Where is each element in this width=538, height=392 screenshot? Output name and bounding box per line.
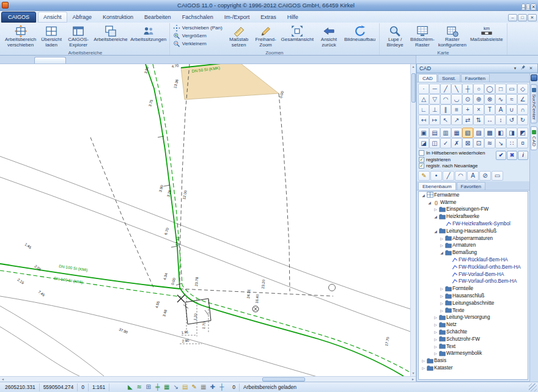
tab-abfrage[interactable]: Abfrage (67, 12, 98, 23)
tree-item[interactable]: ▷Leitung-Versorgung (419, 314, 528, 321)
cad-tool[interactable]: A (495, 104, 506, 115)
tree-item[interactable]: ▷Leitungsabschnitte (419, 299, 528, 307)
collapsed-icon[interactable]: ▷ (433, 330, 438, 334)
map-horizontal-scrollbar[interactable]: ◄ ► (0, 376, 416, 382)
mdi-maximize-button[interactable]: □ (518, 14, 527, 21)
cad-tool[interactable]: ≡ (451, 104, 462, 115)
tree-item[interactable]: ▷Netz (419, 321, 528, 328)
cad-tool[interactable]: ∩ (517, 104, 528, 115)
cad-tool[interactable]: ✓ (440, 138, 451, 148)
cad-tool[interactable]: ⊡ (473, 138, 484, 148)
tree-item[interactable]: FW-Vorlauf-Bem-HA (419, 270, 528, 278)
cad-tool[interactable]: ∿ (495, 94, 506, 104)
cad-tool[interactable]: ╱ (440, 84, 451, 94)
cad-tool[interactable]: ▭ (506, 84, 517, 94)
cad-tool[interactable]: ↘ (495, 138, 506, 148)
panel-tab-cad[interactable]: CAD (418, 74, 437, 82)
collapsed-icon[interactable]: ▷ (421, 358, 426, 363)
cad-tool[interactable]: + (462, 104, 473, 115)
statusbar-icon[interactable]: ⊞ (144, 383, 153, 391)
close-icon[interactable]: ✕ (527, 65, 535, 72)
minimize-button[interactable]: – (521, 4, 525, 10)
mdi-close-button[interactable]: ✕ (528, 14, 537, 21)
cad-tool[interactable]: ▨ (473, 128, 484, 138)
scroll-left-icon[interactable]: ◄ (0, 377, 6, 382)
cad-tool[interactable]: ∪ (506, 104, 517, 115)
collapsed-icon[interactable]: ▷ (433, 207, 438, 211)
tab-bearbeiten[interactable]: Bearbeiten (139, 12, 177, 23)
tab-hilfe[interactable]: Hilfe (282, 12, 304, 23)
statusbar-icon[interactable]: ◣ (125, 383, 134, 391)
tab-im-export[interactable]: Im-/Export (219, 12, 256, 23)
tree-item[interactable]: FW-Rücklauf-ortho.Bem-HA (419, 263, 528, 270)
style-tool-icon[interactable]: ▭ (492, 171, 503, 181)
ribbon-button-freihand-zoom[interactable]: Freihand- Zoom (252, 24, 279, 49)
tab-ansicht[interactable]: Ansicht (38, 12, 67, 23)
cad-tool[interactable]: ⊕ (473, 94, 484, 104)
ribbon-button-arbeitsbereiche[interactable]: Arbeitsbereiche (92, 24, 130, 49)
cad-tool[interactable]: ╲ (451, 84, 462, 94)
resize-grip[interactable] (529, 383, 537, 391)
tab-extras[interactable]: Extras (255, 12, 282, 23)
cancel-button[interactable]: ✖ (507, 151, 517, 160)
style-tool-icon[interactable]: ⊘ (479, 171, 491, 181)
panel-dock-icon[interactable] (531, 74, 537, 81)
cad-tool[interactable]: ↖ (440, 115, 451, 125)
cad-tool[interactable]: ◇ (517, 84, 528, 94)
tree-tab-favoriten[interactable]: Favoriten (457, 182, 485, 190)
cad-tool[interactable]: ┼ (462, 84, 473, 94)
tree-item[interactable]: ▷Kataster (419, 365, 528, 372)
tree-item[interactable]: FW-Heizkraftwerk-Symbol (419, 220, 528, 228)
ribbon-button-verkleinern[interactable]: Verkleinern (172, 40, 224, 48)
collapsed-icon[interactable]: ▷ (439, 294, 444, 298)
tree-tab-ebenenbaum[interactable]: Ebenenbaum (418, 182, 456, 190)
tree-item[interactable]: ◢Heizkraftwerke (419, 213, 528, 220)
ribbon-button-bildneuaufbau[interactable]: Bildneuaufbau (342, 24, 377, 49)
cad-tool[interactable]: ▣ (418, 128, 429, 138)
cad-tool[interactable]: ↗ (451, 115, 462, 125)
scroll-down-icon[interactable]: ▼ (412, 371, 415, 376)
expanded-icon[interactable]: ◢ (427, 200, 432, 205)
cad-tool[interactable]: ⇅ (473, 115, 484, 125)
tree-item[interactable]: ▷Wärmesymbolik (419, 350, 528, 357)
cad-tool[interactable]: ¤ (517, 138, 528, 148)
cad-tool[interactable]: ▥ (440, 128, 451, 138)
cad-tool[interactable]: ▩ (484, 128, 495, 138)
cad-tool[interactable]: ─ (429, 84, 440, 94)
style-tool-icon[interactable]: A (467, 171, 479, 181)
style-tool-icon[interactable]: • (430, 171, 442, 181)
cad-tool[interactable]: ↔ (484, 115, 495, 125)
scroll-right-icon[interactable]: ► (410, 377, 416, 382)
statusbar-icon[interactable]: ✎ (190, 383, 199, 391)
cad-tool[interactable]: ↺ (506, 115, 517, 125)
cad-tool[interactable]: ↻ (517, 115, 528, 125)
collapsed-icon[interactable]: ▷ (433, 315, 438, 319)
collapsed-icon[interactable]: ▷ (439, 301, 444, 305)
cad-tool[interactable]: ○ (473, 84, 484, 94)
statusbar-icon[interactable]: ✚ (208, 383, 217, 391)
caigos-app-button[interactable]: CAIGOS (1, 12, 36, 23)
ribbon-button-verschieben-pan[interactable]: Verschieben (Pan) (172, 24, 224, 32)
tab-fachschalen[interactable]: Fachschalen (177, 12, 219, 23)
collapsed-icon[interactable]: ▷ (439, 286, 444, 291)
cad-tool[interactable]: ∟ (418, 104, 429, 115)
cad-tool[interactable]: ⊙ (462, 94, 473, 104)
map-vertical-scrollbar[interactable]: ▲ ▼ (410, 64, 416, 376)
statusbar-icon[interactable]: ▤ (180, 383, 190, 391)
cad-tool[interactable]: ↕ (495, 115, 506, 125)
ribbon-button-vergr-ern[interactable]: Vergrößern (172, 32, 224, 40)
collapsed-icon[interactable]: ▷ (439, 243, 444, 247)
map-canvas[interactable]: DN 50 SI (KMK)DN 100 SI (KMI)DN 100 SI (… (0, 64, 410, 376)
close-button[interactable]: ✕ (531, 4, 536, 10)
scroll-up-icon[interactable]: ▲ (412, 64, 415, 70)
cad-tool[interactable]: ∷ (506, 138, 517, 148)
checkbox-registr-nach-neuanlage[interactable]: ✓ (419, 163, 424, 169)
info-button[interactable]: i (518, 151, 528, 160)
tree-item[interactable]: ◢Fernwärme (419, 192, 528, 199)
statusbar-icon[interactable]: ╪ (153, 383, 162, 391)
pin-icon[interactable] (519, 65, 527, 72)
cad-tool[interactable]: ◨ (506, 128, 517, 138)
side-tab-cad[interactable]: CAD (531, 126, 537, 150)
side-tab-suchcenter[interactable]: SuchCenter (531, 84, 537, 123)
confirm-button[interactable]: ✔ (496, 151, 506, 160)
